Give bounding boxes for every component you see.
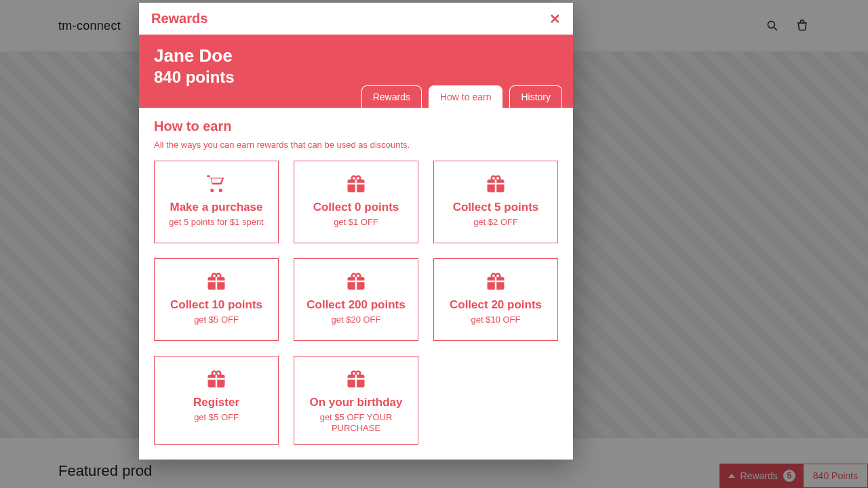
earn-card-title: On your birthday [310, 396, 403, 409]
earn-card-desc: get $5 OFF YOUR PURCHASE [302, 412, 410, 434]
section-subtitle: All the ways you can earn rewards that c… [154, 140, 558, 150]
earn-card-title: Collect 200 points [307, 298, 405, 312]
earn-card-title: Collect 20 points [450, 298, 542, 312]
earn-card-desc: get $5 OFF [194, 412, 239, 423]
earn-card[interactable]: Collect 5 pointsget $2 OFF [433, 161, 558, 243]
earn-card[interactable]: Collect 20 pointsget $10 OFF [433, 258, 558, 341]
gift-icon [345, 271, 367, 291]
earn-cards-grid: Make a purchaseget 5 points for $1 spent… [154, 161, 558, 445]
earn-card[interactable]: Collect 10 pointsget $5 OFF [154, 258, 279, 341]
gift-icon [205, 369, 227, 389]
rewards-modal: Rewards ✕ Jane Doe 840 points Rewards Ho… [139, 3, 573, 460]
modal-title: Rewards [151, 11, 208, 26]
cart-icon [205, 174, 228, 194]
earn-card-desc: get $5 OFF [194, 314, 239, 325]
earn-card-desc: get $1 OFF [334, 217, 378, 228]
earn-card-desc: get $20 OFF [332, 314, 381, 325]
modal-tabs: Rewards How to earn History [361, 85, 562, 108]
earn-card-title: Collect 10 points [170, 298, 262, 312]
tab-history[interactable]: History [509, 85, 562, 108]
tab-rewards[interactable]: Rewards [361, 85, 422, 108]
section-title: How to earn [154, 119, 558, 134]
earn-card-title: Collect 0 points [313, 201, 399, 214]
modal-header: Rewards ✕ [139, 3, 573, 35]
earn-card-desc: get 5 points for $1 spent [169, 217, 263, 228]
earn-card-title: Register [193, 396, 239, 409]
earn-card[interactable]: Registerget $5 OFF [154, 356, 279, 445]
gift-icon [485, 174, 507, 194]
earn-card-title: Collect 5 points [453, 201, 539, 214]
modal-body: How to earn All the ways you can earn re… [139, 108, 573, 460]
tab-how-to-earn[interactable]: How to earn [429, 85, 502, 108]
gift-icon [205, 271, 227, 291]
earn-card[interactable]: Collect 0 pointsget $1 OFF [294, 161, 418, 243]
earn-card-title: Make a purchase [170, 201, 262, 214]
earn-card[interactable]: Collect 200 pointsget $20 OFF [294, 258, 418, 341]
earn-card[interactable]: Make a purchaseget 5 points for $1 spent [154, 161, 279, 243]
earn-card-desc: get $2 OFF [473, 217, 518, 228]
earn-card-desc: get $10 OFF [471, 314, 521, 325]
user-name: Jane Doe [154, 45, 558, 66]
gift-icon [345, 174, 367, 194]
gift-icon [485, 271, 507, 291]
close-icon[interactable]: ✕ [549, 12, 561, 26]
earn-card[interactable]: On your birthdayget $5 OFF YOUR PURCHASE [294, 356, 418, 445]
modal-hero: Jane Doe 840 points Rewards How to earn … [139, 35, 573, 108]
user-points: 840 points [154, 68, 558, 87]
gift-icon [345, 369, 367, 389]
